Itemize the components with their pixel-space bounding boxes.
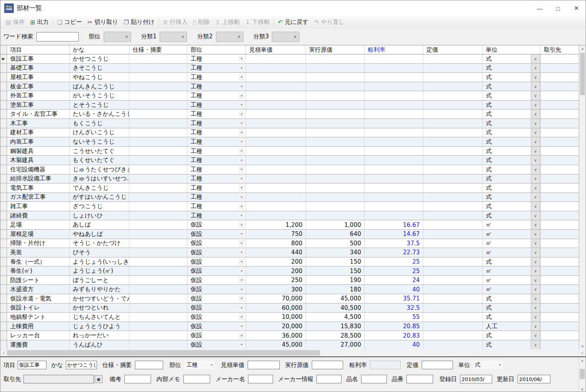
cell-item[interactable]: 上棟費用 <box>7 322 70 331</box>
cell-list-price[interactable] <box>423 165 483 174</box>
unit-dropdown-button[interactable]: ∨ <box>531 82 540 91</box>
cell-item[interactable]: タイル・左官工事 <box>7 110 70 119</box>
cell-supplier[interactable] <box>541 276 579 285</box>
cell-margin[interactable]: 22.73 <box>365 248 423 257</box>
category-dropdown-icon[interactable]: ▾ <box>239 65 244 71</box>
cell-category[interactable]: 工種▾ <box>187 101 246 110</box>
cell-cost[interactable]: 40,500 <box>306 304 365 313</box>
cell-item[interactable]: 屋根足場 <box>7 230 70 239</box>
row-selector[interactable] <box>0 82 7 91</box>
cell-category[interactable]: 工種▾ <box>187 137 246 146</box>
cell-category[interactable]: 仮設▾ <box>187 313 246 322</box>
cell-supplier[interactable] <box>541 193 579 202</box>
cell-list-price[interactable] <box>423 276 483 285</box>
cell-estimate[interactable] <box>246 211 306 220</box>
cell-kana[interactable]: うんぱんひ <box>70 340 129 349</box>
output-button[interactable]: ⊞出力 <box>27 17 52 27</box>
undo-button[interactable]: ↶元に戻す <box>275 17 311 27</box>
cell-margin[interactable]: 37.5 <box>365 239 423 248</box>
cell-kana[interactable]: そうじ・かたづけ <box>70 239 129 248</box>
maker-info-field[interactable] <box>316 375 342 383</box>
category-dropdown-icon[interactable]: ▾ <box>239 138 244 145</box>
row-selector[interactable] <box>0 193 7 202</box>
cell-cost[interactable] <box>306 211 365 220</box>
cell-category[interactable]: 工種▾ <box>187 73 246 82</box>
cell-spec[interactable] <box>129 294 187 303</box>
cell-cost[interactable] <box>306 91 365 100</box>
row-selector[interactable] <box>0 101 7 110</box>
cell-spec[interactable] <box>129 211 187 220</box>
cell-kana[interactable]: でんきこうじ <box>70 183 129 192</box>
cell-category[interactable]: 工種▾ <box>187 174 246 183</box>
cell-category[interactable]: 仮設▾ <box>187 276 246 285</box>
cell-unit[interactable]: ㎡∨ <box>483 220 541 229</box>
cell-item[interactable]: ガス配管工事 <box>7 193 70 202</box>
cell-estimate[interactable] <box>246 137 306 146</box>
cell-estimate[interactable] <box>246 193 306 202</box>
cut-button[interactable]: ✂切り取り <box>85 17 121 27</box>
cell-spec[interactable] <box>129 64 187 73</box>
unit-dropdown-button[interactable]: ∨ <box>531 202 540 211</box>
vertical-scroll-thumb[interactable] <box>580 53 585 95</box>
column-header-cost[interactable]: 実行原価 <box>306 45 365 54</box>
cell-cost[interactable]: 150 <box>306 257 365 266</box>
cell-unit[interactable]: 式∨ <box>483 174 541 183</box>
cell-category[interactable]: 仮設▾ <box>187 239 246 248</box>
cell-spec[interactable] <box>129 285 187 294</box>
unit-dropdown-button[interactable]: ∨ <box>531 331 540 340</box>
cell-estimate[interactable] <box>246 64 306 73</box>
cell-kana[interactable]: けんざいこうじ <box>70 128 129 137</box>
cell-estimate[interactable]: 60,000 <box>246 304 306 313</box>
cell-list-price[interactable] <box>423 156 483 165</box>
cell-margin[interactable]: 40 <box>365 285 423 294</box>
cell-unit[interactable]: 式∨ <box>483 137 541 146</box>
cell-cost[interactable]: 1,000 <box>306 220 365 229</box>
cell-estimate[interactable] <box>246 147 306 156</box>
cell-unit[interactable]: 式∨ <box>483 110 541 119</box>
category-dropdown-icon[interactable]: ▾ <box>239 295 244 302</box>
cell-estimate[interactable] <box>246 110 306 119</box>
cell-unit[interactable]: 式∨ <box>483 101 541 110</box>
cell-spec[interactable] <box>129 156 187 165</box>
cell-unit[interactable]: 人工∨ <box>483 322 541 331</box>
cell-list-price[interactable] <box>423 331 483 340</box>
cell-margin[interactable] <box>365 165 423 174</box>
filter-combo-class2[interactable]: ∨ <box>216 32 243 42</box>
cell-category[interactable]: 仮設▾ <box>187 257 246 266</box>
cell-margin[interactable] <box>365 73 423 82</box>
note-field[interactable] <box>124 375 151 383</box>
category-dropdown-icon[interactable]: ▾ <box>239 212 244 219</box>
cell-list-price[interactable] <box>423 183 483 192</box>
cell-spec[interactable] <box>129 331 187 340</box>
cell-kana[interactable]: しょけいひ <box>70 211 129 220</box>
cell-cost[interactable]: 180 <box>306 285 365 294</box>
cell-spec[interactable] <box>129 248 187 257</box>
cell-list-price[interactable] <box>423 147 483 156</box>
cell-list-price[interactable] <box>423 220 483 229</box>
cell-cost[interactable]: 45,000 <box>306 294 365 303</box>
cell-estimate[interactable] <box>246 128 306 137</box>
minimize-button[interactable]: — <box>530 0 549 16</box>
column-header-list_price[interactable]: 定価 <box>423 45 483 54</box>
cell-supplier[interactable] <box>541 266 579 275</box>
cell-supplier[interactable] <box>541 239 579 248</box>
horizontal-scroll-thumb[interactable] <box>7 350 320 356</box>
cell-category[interactable]: 仮設▾ <box>187 331 246 340</box>
unit-dropdown-button[interactable]: ∨ <box>531 165 540 174</box>
cell-category[interactable]: 工種▾ <box>187 165 246 174</box>
scroll-left-button[interactable]: ‹ <box>0 349 7 356</box>
cell-margin[interactable] <box>365 64 423 73</box>
category-dropdown-icon[interactable]: ▾ <box>239 83 244 90</box>
row-selector[interactable] <box>0 322 7 331</box>
cell-spec[interactable] <box>129 110 187 119</box>
cell-spec[interactable] <box>129 266 187 275</box>
unit-dropdown-button[interactable]: ∨ <box>531 101 540 110</box>
cell-list-price[interactable] <box>423 266 483 275</box>
category-dropdown-icon[interactable]: ▾ <box>239 120 244 127</box>
cell-unit[interactable]: ㎡∨ <box>483 276 541 285</box>
cell-supplier[interactable] <box>541 137 579 146</box>
category-dropdown-icon[interactable]: ▾ <box>239 185 244 191</box>
cell-estimate[interactable]: 20,000 <box>246 322 306 331</box>
estimate-field[interactable] <box>248 361 280 369</box>
detail-scroll-up-button[interactable]: ∧ <box>579 357 586 364</box>
